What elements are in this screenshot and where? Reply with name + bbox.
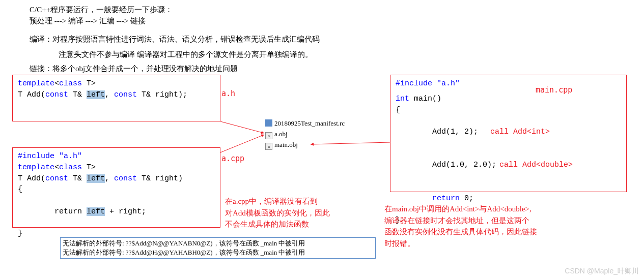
intro-line-5: 链接：将多个obj文件合并成一个，并处理没有解决的地址问题 (30, 63, 238, 75)
obj-icon: a (265, 132, 272, 139)
err-l2: 无法解析的外部符号: ??$Add@H@@YAHABH0@Z)，该符号在函数 _… (63, 248, 373, 257)
ah-line1: template<class T> (18, 78, 215, 89)
err-l1: 无法解析的外部符号: ??$Add@N@@YANABN0@Z)，该符号在函数 _… (63, 239, 373, 248)
ah-line2: T Add(const T& left, const T& right); (18, 89, 215, 101)
code-box-ah: template<class T> T Add(const T& left, c… (12, 75, 220, 121)
intro-line-4: 注意头文件不参与编译 编译器对工程中的多个源文件是分离开单独编译的。 (59, 49, 313, 60)
file-rc: 20180925Test_manifest.rc (265, 118, 345, 129)
code-box-maincpp: #include "a.h" int main() { Add(1, 2);ca… (390, 75, 627, 192)
intro-line-3: 编译：对程序按照语言特性进行词法、语法、语义分析，错误检查无误后生成汇编代码 (30, 34, 320, 45)
svg-line-1 (220, 135, 264, 152)
label-maincpp: main.cpp (536, 85, 572, 95)
acpp-l3: T Add(const T& left, const T& right) (18, 173, 215, 184)
svg-line-0 (220, 121, 264, 133)
main-l1: #include "a.h" (396, 78, 621, 89)
watermark: CSDN @Maple_叶卿川 (565, 267, 639, 276)
intro-line-1: C/C++程序要运行，一般要经历一下步骤： (30, 4, 173, 16)
label-ah: a.h (221, 89, 235, 98)
file-list: 20180925Test_manifest.rc aa.obj amain.ob… (265, 118, 345, 150)
main-l3: { (396, 105, 621, 116)
main-l4: Add(1, 2);call Add<int> (396, 115, 621, 148)
note-acpp: 在a.cpp中，编译器没有看到 对Add模板函数的实例化，因此 不会生成具体的加… (225, 196, 330, 230)
main-l5: Add(1.0, 2.0);call Add<double> (396, 149, 621, 182)
file-mainobj: amain.obj (265, 140, 345, 150)
note-main: 在main.obj中调用的Add<int>与Add<double>, 编译器在链… (384, 203, 537, 249)
acpp-l5: return left + right; (18, 195, 215, 228)
rc-icon (265, 119, 272, 127)
code-box-acpp: #include "a.h" template<class T> T Add(c… (12, 147, 220, 228)
label-acpp: a.cpp (221, 154, 244, 163)
acpp-l4: { (18, 184, 215, 195)
main-l2: int main() (396, 94, 621, 105)
file-aobj: aa.obj (265, 129, 345, 140)
obj-icon: a (265, 143, 272, 150)
acpp-l2: template<class T> (18, 162, 215, 173)
intro-line-2: 预处理 ---> 编译 ---> 汇编 ---> 链接 (30, 15, 146, 27)
acpp-l1: #include "a.h" (18, 151, 215, 162)
error-box: 无法解析的外部符号: ??$Add@N@@YANABN0@Z)，该符号在函数 _… (60, 237, 376, 259)
